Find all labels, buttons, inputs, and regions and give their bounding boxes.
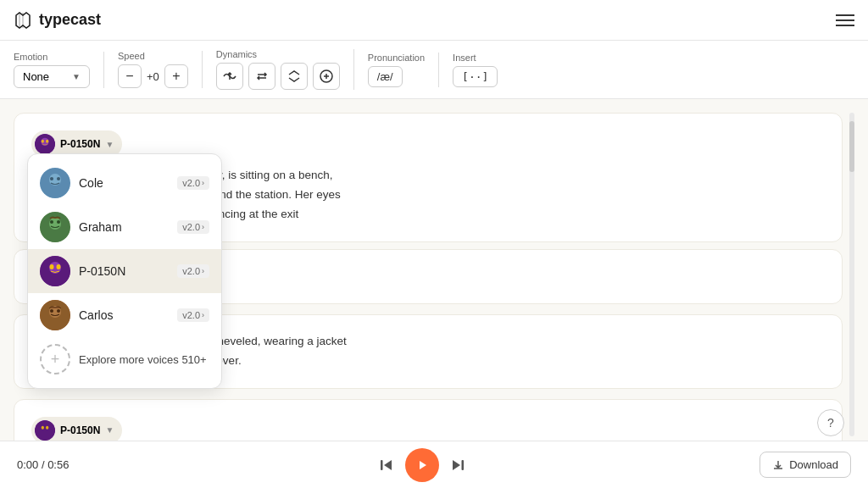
svg-point-7 [46,425,48,429]
speed-increase-button[interactable]: + [164,64,188,88]
graham-version[interactable]: v2.0 › [177,220,209,234]
script-container: P-0150N ▼ whistles echoes. A young woman… [14,113,843,436]
svg-point-23 [57,309,60,313]
pronunciation-group: Pronunciation /æ/ [368,53,439,87]
avatar-p0150n-dd [40,256,70,286]
avatar-graham [40,212,70,242]
menu-button[interactable] [836,14,854,26]
insert-label: Insert [453,53,498,63]
emotion-group: Emotion None ▼ [14,52,104,88]
dynamics-controls [216,63,340,90]
svg-point-22 [50,309,53,313]
pronunciation-button[interactable]: /æ/ [368,66,403,87]
download-icon [772,459,784,471]
svg-point-18 [50,264,54,269]
svg-point-4 [46,140,48,143]
avatar-p0150n-4 [35,420,55,441]
pronunciation-label: Pronunciation [368,53,425,63]
voice-dropdown: Cole v2.0 › Gr [27,153,222,389]
avatar-cole [40,168,70,198]
emotion-value: None [23,70,49,83]
main-content: P-0150N ▼ whistles echoes. A young woman… [0,99,868,450]
emotion-label: Emotion [14,52,90,62]
logo[interactable]: typecast [14,10,101,30]
speed-decrease-button[interactable]: − [118,64,142,88]
carlos-name: Carlos [79,308,169,322]
speed-value: +0 [147,70,159,83]
dynamics-swap-button[interactable] [248,63,275,90]
cole-name: Cole [79,176,169,190]
chevron-icon-1: ▼ [105,140,114,149]
dynamics-add-button[interactable] [313,63,340,90]
svg-point-11 [57,177,60,180]
chevron-down-icon: ▼ [72,72,81,81]
emotion-dropdown[interactable]: None ▼ [14,65,90,88]
svg-rect-24 [381,460,383,470]
p0150n-version[interactable]: v2.0 › [177,264,209,278]
play-button[interactable] [405,448,439,482]
svg-point-5 [35,420,55,441]
avatar-p0150n-1 [35,134,55,154]
graham-name: Graham [79,220,169,234]
insert-button[interactable]: [··] [453,66,498,87]
scrollbar-thumb [849,121,854,172]
dropdown-item-graham[interactable]: Graham v2.0 › [28,205,221,249]
speed-group: Speed − +0 + [118,51,203,88]
help-button[interactable]: ? [817,409,844,436]
chevron-icon-4: ▼ [105,425,114,435]
explore-text: Explore more voices 510+ [79,353,207,366]
voice-selector-4[interactable]: P-0150N ▼ [31,417,122,444]
dynamics-pitch-button[interactable] [216,63,243,90]
toolbar: Emotion None ▼ Speed − +0 + Dynamics [0,41,868,99]
time-display: 0:00 / 0:56 [17,458,85,471]
svg-point-15 [57,220,60,224]
svg-point-6 [42,425,44,429]
dynamics-group: Dynamics [216,49,354,90]
svg-point-14 [50,220,53,224]
svg-point-19 [57,264,61,269]
p0150n-name: P-0150N [79,264,169,278]
next-button[interactable] [449,457,466,474]
explore-icon: + [40,344,70,374]
scrollbar[interactable] [849,113,854,436]
speed-label: Speed [118,51,188,61]
carlos-version[interactable]: v2.0 › [177,308,209,322]
svg-rect-25 [462,460,465,470]
prev-button[interactable] [378,457,395,474]
cole-version[interactable]: v2.0 › [177,176,209,190]
download-label: Download [789,458,838,471]
explore-voices-item[interactable]: + Explore more voices 510+ [28,337,221,381]
insert-controls: [··] [453,66,498,87]
dynamics-expand-button[interactable] [281,63,308,90]
dropdown-item-p0150n[interactable]: P-0150N v2.0 › [28,249,221,293]
player-controls [98,448,746,482]
insert-group: Insert [··] [453,53,498,87]
player-bar: 0:00 / 0:56 Download [0,441,868,488]
svg-point-3 [42,140,44,143]
dynamics-label: Dynamics [216,49,340,59]
navbar: typecast [0,0,868,41]
voice-name-tag-1: P-0150N [60,138,100,150]
avatar-carlos [40,300,70,330]
logo-icon [14,10,34,30]
svg-point-10 [50,177,53,180]
download-button[interactable]: Download [760,452,851,478]
pronunciation-controls: /æ/ [368,66,425,87]
voice-name-tag-4: P-0150N [60,424,100,436]
dropdown-item-carlos[interactable]: Carlos v2.0 › [28,293,221,337]
speed-controls: − +0 + [118,64,188,88]
app-name: typecast [39,11,101,29]
dropdown-item-cole[interactable]: Cole v2.0 › [28,161,221,205]
